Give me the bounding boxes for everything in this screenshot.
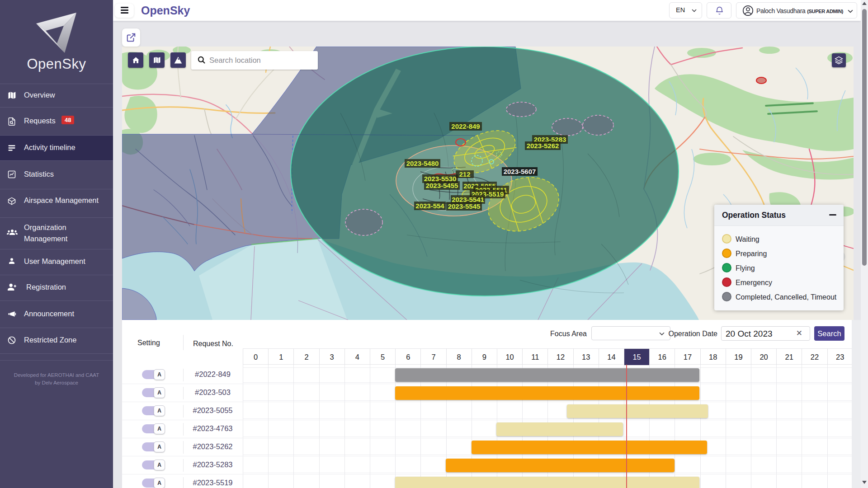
svg-text:2023-554: 2023-554 — [415, 202, 444, 210]
svg-text:2023-5480: 2023-5480 — [406, 160, 439, 167]
svg-text:2022-849: 2022-849 — [451, 122, 480, 130]
svg-text:2023-5262: 2023-5262 — [527, 142, 559, 150]
svg-text:2023-5455: 2023-5455 — [426, 182, 458, 189]
svg-text:2023-5607: 2023-5607 — [504, 168, 536, 175]
svg-text:2023-5545: 2023-5545 — [448, 202, 481, 210]
svg-text:212: 212 — [459, 170, 470, 178]
